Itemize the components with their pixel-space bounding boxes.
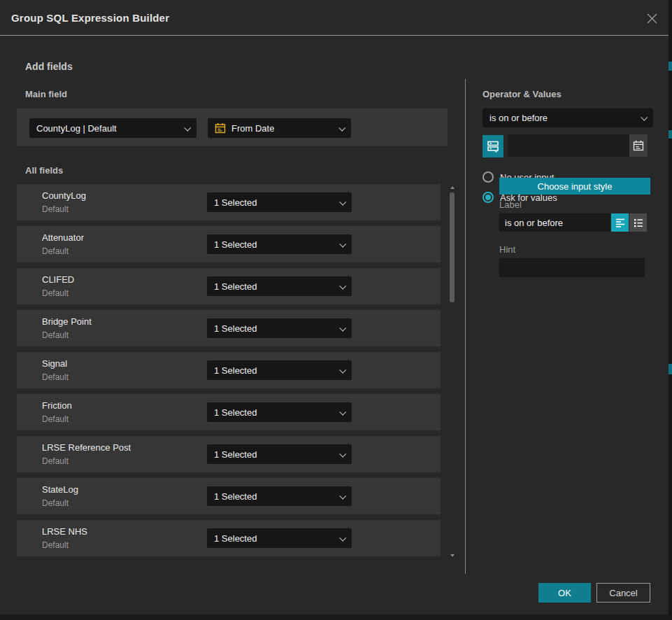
chevron-down-icon <box>184 124 191 131</box>
field-select-value: 1 Selected <box>214 449 257 460</box>
main-field-dropdown-value: From Date <box>231 123 274 134</box>
label-style-list-button[interactable] <box>629 213 647 232</box>
field-row-lrse-nhs[interactable]: LRSE NHS Default 1 Selected <box>17 520 441 556</box>
field-name: Friction <box>42 400 72 411</box>
background-accent <box>669 62 672 71</box>
choose-input-style-button[interactable]: Choose input style <box>499 178 650 195</box>
main-field-panel: CountyLog | Default From Date <box>17 108 448 146</box>
field-row-countylog[interactable]: CountyLog Default 1 Selected <box>17 184 441 220</box>
field-select-value: 1 Selected <box>214 239 257 250</box>
operator-dropdown[interactable]: is on or before <box>482 108 653 127</box>
field-subtitle: Default <box>42 372 69 382</box>
field-select-value: 1 Selected <box>214 365 257 376</box>
field-subtitle: Default <box>42 330 69 340</box>
background-accent <box>669 364 672 374</box>
layer-dropdown[interactable]: CountyLog | Default <box>29 118 196 138</box>
list-icon <box>634 218 643 227</box>
field-row-bridge-point[interactable]: Bridge Point Default 1 Selected <box>17 310 441 346</box>
background-accent <box>669 130 672 139</box>
chevron-down-icon <box>339 450 346 457</box>
dialog-title: Group SQL Expression Builder <box>11 12 169 24</box>
field-name: CountyLog <box>42 190 86 201</box>
field-name: LRSE NHS <box>42 526 87 537</box>
chevron-down-icon <box>339 198 346 205</box>
field-select-value: 1 Selected <box>214 323 257 334</box>
field-subtitle: Default <box>42 414 69 424</box>
background-bottom-strip <box>0 614 672 620</box>
add-fields-heading: Add fields <box>25 61 73 72</box>
field-row-clifed[interactable]: CLIFED Default 1 Selected <box>17 268 441 304</box>
dialog-footer: OK Cancel <box>538 583 650 603</box>
field-row-statelog[interactable]: StateLog Default 1 Selected <box>17 478 441 514</box>
field-name: Signal <box>42 358 67 369</box>
scroll-up-arrow-icon[interactable] <box>450 186 455 189</box>
field-select-dropdown[interactable]: 1 Selected <box>207 318 352 338</box>
operator-values-heading: Operator & Values <box>482 89 562 99</box>
chevron-down-icon <box>339 366 346 373</box>
radio-selected-icon <box>482 192 494 203</box>
field-subtitle: Default <box>42 288 69 298</box>
field-select-dropdown[interactable]: 1 Selected <box>207 486 352 506</box>
value-input[interactable] <box>508 134 629 157</box>
chevron-down-icon <box>339 534 346 541</box>
chevron-down-icon <box>338 124 345 131</box>
main-field-dropdown[interactable]: From Date <box>208 118 351 138</box>
chevron-down-icon <box>339 282 346 289</box>
source-values-button[interactable] <box>482 135 503 157</box>
field-select-value: 1 Selected <box>214 533 257 544</box>
field-select-dropdown[interactable]: 1 Selected <box>207 444 352 464</box>
field-select-dropdown[interactable]: 1 Selected <box>207 276 352 296</box>
field-name: Bridge Point <box>42 316 92 327</box>
field-row-signal[interactable]: Signal Default 1 Selected <box>17 352 441 388</box>
chevron-down-icon <box>339 492 346 499</box>
field-select-dropdown[interactable]: 1 Selected <box>207 234 352 254</box>
field-name: LRSE Reference Post <box>42 442 131 453</box>
operator-dropdown-value: is on or before <box>489 113 548 123</box>
field-name: CLIFED <box>42 274 74 285</box>
hint-input[interactable] <box>499 258 645 277</box>
all-fields-list: CountyLog Default 1 Selected Attenuator … <box>17 184 441 562</box>
chevron-down-icon <box>641 114 648 121</box>
chevron-down-icon <box>339 324 346 331</box>
field-subtitle: Default <box>42 246 69 256</box>
group-sql-expression-builder-dialog: Group SQL Expression Builder Add fields … <box>0 0 669 614</box>
operator-values-panel: Operator & Values is on or before <box>466 0 669 614</box>
cancel-button[interactable]: Cancel <box>596 583 650 603</box>
scrollbar-thumb[interactable] <box>450 192 455 302</box>
field-row-lrse-reference-post[interactable]: LRSE Reference Post Default 1 Selected <box>17 436 441 472</box>
all-fields-label: All fields <box>25 165 63 176</box>
source-values-icon <box>487 140 499 153</box>
field-subtitle: Default <box>42 498 69 508</box>
field-select-value: 1 Selected <box>214 407 257 418</box>
field-row-attenuator[interactable]: Attenuator Default 1 Selected <box>17 226 441 262</box>
calendar-icon <box>633 140 644 151</box>
date-picker-button[interactable] <box>629 134 648 157</box>
field-select-dropdown[interactable]: 1 Selected <box>207 402 352 422</box>
field-select-dropdown[interactable]: 1 Selected <box>207 360 352 380</box>
field-select-dropdown[interactable]: 1 Selected <box>207 192 352 212</box>
main-field-label: Main field <box>25 89 67 99</box>
field-subtitle: Default <box>42 540 69 550</box>
field-select-value: 1 Selected <box>214 197 257 208</box>
chevron-down-icon <box>339 408 346 415</box>
field-name: StateLog <box>42 484 78 495</box>
radio-icon <box>482 171 494 183</box>
field-select-dropdown[interactable]: 1 Selected <box>207 528 352 548</box>
label-input[interactable] <box>499 213 610 232</box>
calendar-icon <box>215 122 226 134</box>
fields-list-scrollbar[interactable] <box>450 184 455 560</box>
layer-dropdown-value: CountyLog | Default <box>36 123 117 134</box>
label-style-align-button[interactable] <box>611 213 629 232</box>
value-input-wrap <box>508 134 648 157</box>
chevron-down-icon <box>339 240 346 247</box>
ok-button[interactable]: OK <box>538 583 591 603</box>
field-subtitle: Default <box>42 204 69 214</box>
hint-field-label: Hint <box>499 244 515 255</box>
field-name: Attenuator <box>42 232 84 243</box>
field-select-value: 1 Selected <box>214 491 257 502</box>
background-app-strip <box>669 0 672 620</box>
scroll-down-arrow-icon[interactable] <box>450 554 455 557</box>
align-left-icon <box>615 218 625 227</box>
label-field-label: Label <box>499 199 522 210</box>
field-row-friction[interactable]: Friction Default 1 Selected <box>17 394 441 430</box>
